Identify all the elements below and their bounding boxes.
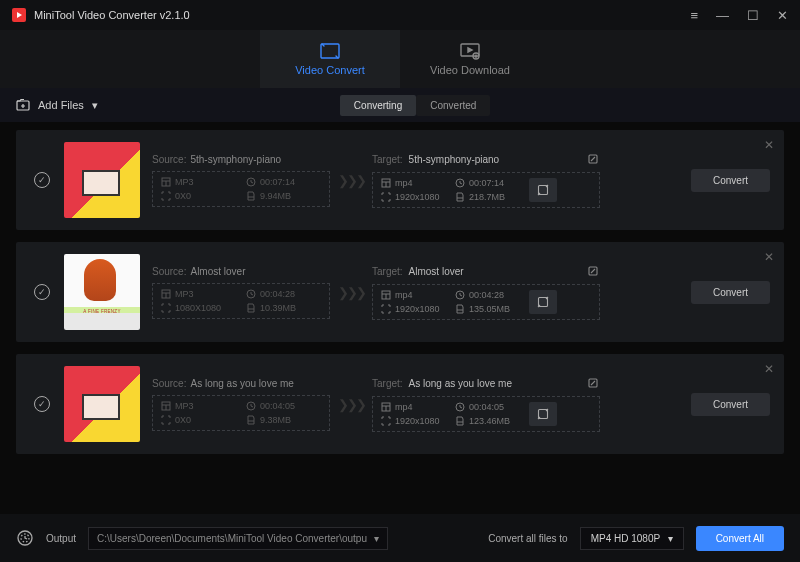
conversion-item: Source:Almost lover MP3 00:04:28 1080X10…: [16, 242, 784, 342]
arrow-icon: ❯❯❯: [330, 397, 372, 412]
convert-icon: [319, 42, 341, 60]
source-label: Source:: [152, 378, 186, 389]
convert-all-to-label: Convert all files to: [488, 533, 567, 544]
item-checkbox[interactable]: [34, 172, 50, 188]
convert-button[interactable]: Convert: [691, 281, 770, 304]
item-checkbox[interactable]: [34, 396, 50, 412]
target-settings-button[interactable]: [529, 402, 557, 426]
resolution-icon: [161, 415, 171, 425]
target-info: mp4 00:04:05 1920x1080 123.46MB: [372, 396, 600, 432]
output-label: Output: [46, 533, 76, 544]
format-icon: [381, 178, 391, 188]
arrow-icon: ❯❯❯: [330, 173, 372, 188]
target-settings-button[interactable]: [529, 290, 557, 314]
format-icon: [161, 401, 171, 411]
target-label: Target:: [372, 266, 403, 277]
filesize-icon: [455, 416, 465, 426]
source-name: Almost lover: [190, 266, 245, 277]
source-name: As long as you love me: [190, 378, 293, 389]
source-label: Source:: [152, 266, 186, 277]
target-info: mp4 00:04:28 1920x1080 135.05MB: [372, 284, 600, 320]
app-title: MiniTool Video Converter v2.1.0: [34, 9, 190, 21]
subtab-converted[interactable]: Converted: [416, 95, 490, 116]
thumbnail: [64, 142, 140, 218]
output-path-select[interactable]: C:\Users\Doreen\Documents\MiniTool Video…: [88, 527, 388, 550]
target-label: Target:: [372, 154, 403, 165]
clock-icon: [246, 289, 256, 299]
filesize-icon: [246, 303, 256, 313]
remove-item-button[interactable]: ✕: [764, 362, 774, 376]
target-settings-button[interactable]: [529, 178, 557, 202]
chevron-down-icon: ▾: [374, 533, 379, 544]
maximize-button[interactable]: ☐: [747, 8, 759, 23]
minimize-button[interactable]: —: [716, 8, 729, 23]
remove-item-button[interactable]: ✕: [764, 250, 774, 264]
resolution-icon: [161, 191, 171, 201]
item-checkbox[interactable]: [34, 284, 50, 300]
conversion-item: Source:5th-symphony-piano MP3 00:07:14 0…: [16, 130, 784, 230]
add-files-button[interactable]: Add Files ▾: [16, 99, 98, 112]
subtab-converting[interactable]: Converting: [340, 95, 416, 116]
target-name: Almost lover: [409, 266, 464, 277]
history-icon[interactable]: [16, 529, 34, 547]
edit-target-button[interactable]: [586, 152, 600, 166]
target-name: As long as you love me: [409, 378, 512, 389]
edit-target-button[interactable]: [586, 376, 600, 390]
clock-icon: [455, 402, 465, 412]
filesize-icon: [455, 304, 465, 314]
convert-button[interactable]: Convert: [691, 393, 770, 416]
filesize-icon: [246, 191, 256, 201]
resolution-icon: [381, 192, 391, 202]
thumbnail: [64, 366, 140, 442]
filesize-icon: [455, 192, 465, 202]
clock-icon: [455, 178, 465, 188]
chevron-down-icon: ▾: [668, 533, 673, 544]
menu-icon[interactable]: ≡: [690, 8, 698, 23]
target-label: Target:: [372, 378, 403, 389]
download-icon: [459, 42, 481, 60]
main-nav: Video Convert Video Download: [0, 30, 800, 88]
source-info: MP3 00:04:28 1080X1080 10.39MB: [152, 283, 330, 319]
tab-video-download[interactable]: Video Download: [400, 30, 540, 88]
format-icon: [381, 402, 391, 412]
app-logo-icon: [12, 8, 26, 22]
remove-item-button[interactable]: ✕: [764, 138, 774, 152]
tab-video-convert[interactable]: Video Convert: [260, 30, 400, 88]
convert-button[interactable]: Convert: [691, 169, 770, 192]
target-info: mp4 00:07:14 1920x1080 218.7MB: [372, 172, 600, 208]
close-button[interactable]: ✕: [777, 8, 788, 23]
footer: Output C:\Users\Doreen\Documents\MiniToo…: [0, 514, 800, 562]
source-name: 5th-symphony-piano: [190, 154, 281, 165]
edit-target-button[interactable]: [586, 264, 600, 278]
format-icon: [161, 289, 171, 299]
conversion-item: Source:As long as you love me MP3 00:04:…: [16, 354, 784, 454]
target-name: 5th-symphony-piano: [409, 154, 500, 165]
chevron-down-icon: ▾: [92, 99, 98, 112]
titlebar: MiniTool Video Converter v2.1.0 ≡ — ☐ ✕: [0, 0, 800, 30]
format-icon: [381, 290, 391, 300]
format-icon: [161, 177, 171, 187]
filesize-icon: [246, 415, 256, 425]
resolution-icon: [161, 303, 171, 313]
clock-icon: [246, 177, 256, 187]
thumbnail: [64, 254, 140, 330]
conversion-list: Source:5th-symphony-piano MP3 00:07:14 0…: [0, 122, 800, 514]
clock-icon: [246, 401, 256, 411]
source-info: MP3 00:07:14 0X0 9.94MB: [152, 171, 330, 207]
clock-icon: [455, 290, 465, 300]
convert-all-button[interactable]: Convert All: [696, 526, 784, 551]
source-label: Source:: [152, 154, 186, 165]
source-info: MP3 00:04:05 0X0 9.38MB: [152, 395, 330, 431]
toolbar: Add Files ▾ Converting Converted: [0, 88, 800, 122]
resolution-icon: [381, 304, 391, 314]
resolution-icon: [381, 416, 391, 426]
format-select[interactable]: MP4 HD 1080P ▾: [580, 527, 684, 550]
arrow-icon: ❯❯❯: [330, 285, 372, 300]
